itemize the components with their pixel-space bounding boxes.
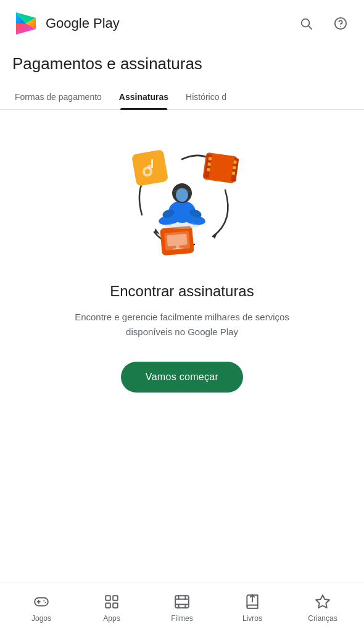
- svg-line-1: [308, 26, 312, 29]
- help-button[interactable]: [329, 12, 352, 35]
- book-icon: [244, 593, 261, 610]
- nav-label-jogos: Jogos: [31, 614, 51, 623]
- svg-rect-24: [167, 234, 187, 247]
- tab-historico[interactable]: Histórico d: [177, 85, 235, 109]
- nav-item-apps[interactable]: Apps: [77, 588, 147, 628]
- nav-item-livros[interactable]: Livros: [217, 588, 287, 628]
- google-play-logo-icon: [12, 10, 39, 37]
- page-title-section: Pagamentos e assinaturas: [0, 44, 364, 73]
- gamepad-icon: [33, 593, 50, 610]
- app-header: Google Play: [0, 0, 364, 44]
- tabs-bar: Formas de pagamento Assinaturas Históric…: [0, 85, 364, 110]
- svg-point-39: [43, 600, 44, 601]
- svg-rect-17: [207, 162, 211, 166]
- header-actions: [295, 12, 352, 35]
- svg-rect-18: [207, 168, 210, 172]
- svg-rect-44: [113, 603, 118, 608]
- nav-item-criancas[interactable]: Crianças: [287, 588, 358, 628]
- subscriptions-illustration: [114, 141, 250, 264]
- header-logo: Google Play: [12, 10, 120, 37]
- svg-rect-20: [233, 166, 236, 170]
- svg-rect-41: [105, 596, 110, 601]
- svg-rect-35: [35, 597, 48, 605]
- film-icon: [173, 593, 191, 610]
- nav-label-livros: Livros: [242, 614, 262, 623]
- svg-point-10: [145, 169, 150, 174]
- nav-label-criancas: Crianças: [308, 614, 337, 623]
- tab-formas-pagamento[interactable]: Formas de pagamento: [6, 85, 110, 109]
- nav-item-filmes[interactable]: Filmes: [147, 588, 217, 628]
- apps-icon: [103, 593, 120, 610]
- svg-rect-21: [232, 172, 236, 175]
- illustration-svg: [114, 141, 250, 264]
- svg-rect-16: [209, 157, 212, 160]
- svg-marker-53: [316, 595, 329, 608]
- main-content: Encontrar assinaturas Encontre e gerenci…: [0, 110, 364, 411]
- content-description: Encontre e gerencie facilmente milhares …: [71, 310, 293, 339]
- content-heading: Encontrar assinaturas: [110, 283, 254, 300]
- bottom-nav: Jogos Apps Filmes: [0, 583, 364, 632]
- nav-label-apps: Apps: [103, 614, 120, 623]
- star-icon: [314, 593, 331, 610]
- svg-point-34: [165, 223, 199, 229]
- app-name-label: Google Play: [46, 15, 120, 31]
- svg-rect-45: [175, 596, 189, 608]
- svg-rect-19: [233, 160, 237, 164]
- svg-point-40: [44, 602, 46, 603]
- svg-point-29: [176, 188, 188, 202]
- search-button[interactable]: [295, 12, 317, 35]
- nav-label-filmes: Filmes: [171, 614, 192, 623]
- tab-assinaturas[interactable]: Assinaturas: [110, 85, 177, 109]
- nav-item-jogos[interactable]: Jogos: [6, 588, 77, 628]
- start-button[interactable]: Vamos começar: [121, 362, 243, 393]
- svg-point-12: [147, 165, 153, 168]
- help-icon: [334, 17, 347, 30]
- page-title: Pagamentos e assinaturas: [12, 54, 352, 73]
- svg-rect-43: [105, 603, 110, 608]
- search-icon: [299, 17, 313, 30]
- svg-rect-42: [113, 596, 118, 601]
